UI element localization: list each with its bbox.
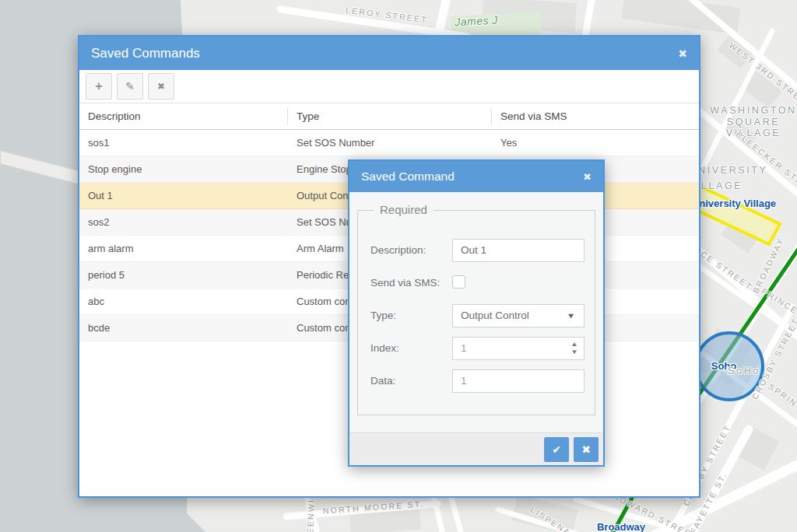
cell-type: Set SOS Number xyxy=(288,137,492,149)
data-field[interactable]: 1 xyxy=(452,369,585,393)
cell-description: sos1 xyxy=(79,137,288,149)
table-header: Description Type Send via SMS xyxy=(79,103,699,130)
type-label: Type: xyxy=(370,310,396,321)
spinner-arrows[interactable]: ▲ ▼ xyxy=(571,341,578,356)
remove-button[interactable]: ✖ xyxy=(148,73,174,100)
cross-icon: ✖ xyxy=(157,81,165,92)
add-button[interactable]: + xyxy=(86,73,112,100)
description-field[interactable]: Out 1 xyxy=(452,239,585,262)
cell-description: Stop engine xyxy=(79,163,288,175)
map-label: UNIVERSITY xyxy=(689,165,767,176)
type-combobox[interactable]: Output Control ▼ xyxy=(452,304,585,327)
column-header-type[interactable]: Type xyxy=(288,108,492,125)
map-label: LISPENARD xyxy=(528,504,585,532)
commands-toolbar: + ✎ ✖ xyxy=(79,70,699,103)
cell-description: abc xyxy=(79,296,288,307)
map-label: SQUARE xyxy=(727,117,780,128)
pencil-icon: ✎ xyxy=(125,80,135,93)
chevron-down-icon[interactable]: ▼ xyxy=(567,305,576,327)
map-label: LEROY STREET xyxy=(346,5,429,25)
dialog-title: Saved Command xyxy=(361,170,455,184)
close-icon: ✖ xyxy=(581,443,591,456)
check-icon: ✔ xyxy=(552,443,561,456)
cancel-button[interactable]: ✖ xyxy=(574,437,599,462)
map-label: University Village xyxy=(692,198,776,209)
saved-command-header[interactable]: Saved Command ✖ xyxy=(349,161,603,192)
column-header-send-via-sms[interactable]: Send via SMS xyxy=(492,108,699,125)
saved-commands-header[interactable]: Saved Commands ✖ xyxy=(79,37,699,70)
send-via-sms-label: Send via SMS: xyxy=(370,277,440,289)
close-icon[interactable]: ✖ xyxy=(583,172,592,182)
map-label: WEST 3RD STREET xyxy=(728,40,797,110)
dialog-footer: ✔ ✖ xyxy=(349,432,603,465)
column-header-description[interactable]: Description xyxy=(79,108,288,125)
send-via-sms-checkbox[interactable] xyxy=(452,275,465,289)
map-label: James J xyxy=(455,14,498,29)
plus-icon: + xyxy=(95,79,102,93)
spinner-up-icon[interactable]: ▲ xyxy=(571,341,578,348)
index-label: Index: xyxy=(370,342,399,354)
cell-description: arm alarm xyxy=(79,243,288,254)
close-icon[interactable]: ✖ xyxy=(678,48,687,59)
confirm-button[interactable]: ✔ xyxy=(544,437,569,462)
map-label: SPRING STREET xyxy=(767,382,797,440)
map-label: Broadway xyxy=(597,521,645,532)
map-label: WASHINGTON xyxy=(710,105,796,116)
data-label: Data: xyxy=(370,375,395,387)
description-label: Description: xyxy=(370,244,426,256)
index-value: 1 xyxy=(461,342,467,354)
spinner-down-icon[interactable]: ▼ xyxy=(571,348,578,356)
type-value: Output Control xyxy=(461,310,529,321)
cell-description: period 5 xyxy=(79,269,288,281)
cell-send-via-sms: Yes xyxy=(492,137,699,149)
cell-description: Out 1 xyxy=(79,190,288,201)
map-label: BROADWAY xyxy=(751,236,786,294)
cell-description: sos2 xyxy=(79,216,288,228)
index-spinner[interactable]: 1 ▲ ▼ xyxy=(452,337,585,360)
required-fieldset: Required Description: Out 1 Send via SMS… xyxy=(357,210,595,415)
cell-description: bcde xyxy=(79,322,288,334)
edit-button[interactable]: ✎ xyxy=(117,73,143,100)
dialog-title: Saved Commands xyxy=(91,46,200,61)
map-label: SoHo xyxy=(728,366,760,376)
map-label: NORTH MOORE ST. xyxy=(322,499,424,515)
table-row[interactable]: sos1 Set SOS Number Yes xyxy=(79,130,699,156)
fieldset-legend: Required xyxy=(374,203,434,216)
saved-command-dialog: Saved Command ✖ Required Description: Ou… xyxy=(348,159,605,467)
